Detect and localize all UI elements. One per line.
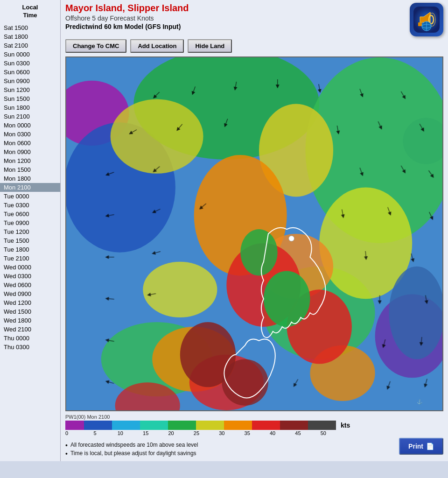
sidebar-item-wed-1500[interactable]: Wed 1500 <box>0 307 60 316</box>
legend-section: PW1(00) Mon 2100 kts <box>65 414 443 436</box>
wind-map: ⚓ <box>65 56 443 411</box>
sidebar-item-mon-0300[interactable]: Mon 0300 <box>0 130 60 139</box>
sidebar-item-mon-0000[interactable]: Mon 0000 <box>0 121 60 130</box>
bullet-icon-2: • <box>65 450 68 457</box>
footer-note-2: • Time is local, but please adjust for d… <box>65 450 198 457</box>
sidebar-item-sun-0900[interactable]: Sun 0900 <box>0 77 60 85</box>
sidebar-item-tue-0000[interactable]: Tue 0000 <box>0 192 60 201</box>
main-title: Mayor Island, Slipper Island <box>65 3 189 14</box>
subtitle: Offshore 5 day Forecast Knots <box>65 14 189 22</box>
svg-point-20 <box>143 262 217 317</box>
bullet-icon: • <box>65 442 68 449</box>
sidebar-item-wed-0900[interactable]: Wed 0900 <box>0 289 60 298</box>
sidebar-item-wed-1800[interactable]: Wed 1800 <box>0 316 60 325</box>
sidebar-item-sun-0300[interactable]: Sun 0300 <box>0 59 60 68</box>
footer-notes: • All forecasted windspeeds are 10m abov… <box>65 442 198 458</box>
sidebar-item-mon-2100[interactable]: Mon 2100 <box>0 183 60 192</box>
sidebar-item-mon-0900[interactable]: Mon 0900 <box>0 148 60 156</box>
sidebar-item-tue-1800[interactable]: Tue 1800 <box>0 245 60 254</box>
svg-text:⚓: ⚓ <box>417 399 423 405</box>
sidebar-item-sun-0600[interactable]: Sun 0600 <box>0 68 60 77</box>
sidebar-item-sun-2100[interactable]: Sun 2100 <box>0 112 60 121</box>
sidebar-item-mon-1200[interactable]: Mon 1200 <box>0 156 60 165</box>
print-icon: 📄 <box>426 443 434 450</box>
svg-point-17 <box>111 99 203 174</box>
sidebar-item-sun-1200[interactable]: Sun 1200 <box>0 85 60 94</box>
sidebar-item-mon-0600[interactable]: Mon 0600 <box>0 139 60 148</box>
footer-row: • All forecasted windspeeds are 10m abov… <box>65 438 443 458</box>
sidebar-item-wed-0600[interactable]: Wed 0600 <box>0 281 60 289</box>
sidebar-item-sun-1500[interactable]: Sun 1500 <box>0 94 60 103</box>
sidebar-item-wed-2100[interactable]: Wed 2100 <box>0 325 60 334</box>
svg-point-34 <box>289 236 294 241</box>
sidebar-item-mon-1500[interactable]: Mon 1500 <box>0 165 60 174</box>
sidebar-item-sun-1800[interactable]: Sun 1800 <box>0 103 60 112</box>
sidebar-item-mon-1800[interactable]: Mon 1800 <box>0 174 60 183</box>
button-row: Change To CMC Add Location Hide Land <box>65 39 443 53</box>
model-title: Predictwind 60 km Model (GFS Input) <box>65 23 189 30</box>
sidebar-item-wed-0000[interactable]: Wed 0000 <box>0 263 60 272</box>
time-sidebar: LocalTime Sat 1500Sat 1800Sat 2100Sun 00… <box>0 0 61 461</box>
sidebar-item-tue-0900[interactable]: Tue 0900 <box>0 218 60 227</box>
sidebar-item-thu-0000[interactable]: Thu 0000 <box>0 334 60 343</box>
add-location-button[interactable]: Add Location <box>130 39 184 53</box>
sidebar-item-sun-0000[interactable]: Sun 0000 <box>0 50 60 59</box>
sidebar-item-thu-0300[interactable]: Thu 0300 <box>0 343 60 351</box>
sidebar-item-wed-0300[interactable]: Wed 0300 <box>0 272 60 281</box>
change-cmc-button[interactable]: Change To CMC <box>65 39 126 53</box>
legend-unit: kts <box>341 422 350 429</box>
title-block: Mayor Island, Slipper Island Offshore 5 … <box>65 3 189 30</box>
print-label: Print <box>408 443 423 450</box>
sidebar-item-sat-2100[interactable]: Sat 2100 <box>0 41 60 50</box>
sidebar-item-tue-1200[interactable]: Tue 1200 <box>0 227 60 236</box>
app-icon <box>410 3 443 36</box>
sidebar-item-tue-0300[interactable]: Tue 0300 <box>0 201 60 210</box>
header-row: Mayor Island, Slipper Island Offshore 5 … <box>65 3 443 36</box>
svg-point-30 <box>222 359 268 406</box>
sidebar-item-sat-1800[interactable]: Sat 1800 <box>0 32 60 41</box>
sidebar-item-wed-1200[interactable]: Wed 1200 <box>0 298 60 307</box>
sidebar-item-tue-0600[interactable]: Tue 0600 <box>0 210 60 218</box>
sidebar-item-sat-1500[interactable]: Sat 1500 <box>0 23 60 32</box>
svg-point-32 <box>240 229 278 275</box>
svg-point-33 <box>389 267 442 359</box>
print-button[interactable]: Print 📄 <box>399 438 443 455</box>
sidebar-item-tue-2100[interactable]: Tue 2100 <box>0 254 60 263</box>
pw-label: PW1(00) Mon 2100 <box>65 414 110 420</box>
svg-rect-4 <box>418 22 422 26</box>
hide-land-button[interactable]: Hide Land <box>188 39 232 53</box>
main-content: Mayor Island, Slipper Island Offshore 5 … <box>61 0 448 461</box>
svg-point-31 <box>264 271 310 327</box>
footer-note-1: • All forecasted windspeeds are 10m abov… <box>65 442 198 449</box>
sidebar-header: LocalTime <box>0 2 60 23</box>
sidebar-item-tue-1500[interactable]: Tue 1500 <box>0 236 60 245</box>
